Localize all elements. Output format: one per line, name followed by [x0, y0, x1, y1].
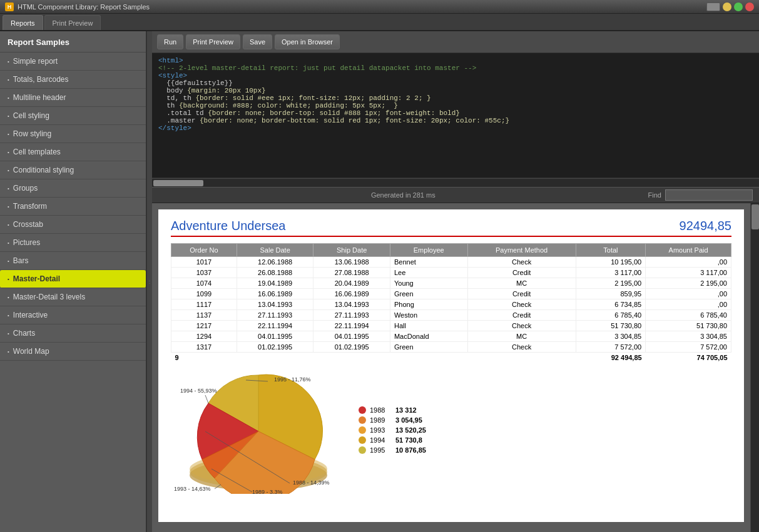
total-cell: 92 494,85 — [576, 353, 646, 363]
table-row: 113727.11.199327.11.1993WestonCredit6 78… — [171, 310, 731, 321]
h-scroll-thumb[interactable] — [153, 180, 203, 186]
sidebar-item-row-styling[interactable]: • Row styling — [0, 125, 146, 143]
maximize-btn[interactable] — [734, 3, 743, 11]
print-preview-button[interactable]: Print Preview — [186, 34, 240, 49]
sidebar-item-totals-barcodes[interactable]: • Totals, Barcodes — [0, 71, 146, 89]
table-cell: 13.04.1993 — [313, 299, 390, 310]
bullet-icon: • — [8, 331, 9, 336]
generated-status: Generated in 281 ms — [158, 191, 648, 199]
legend-dot-1989 — [359, 416, 366, 424]
table-row: 131701.02.199501.02.1995GreenCheck7 572,… — [171, 342, 731, 353]
sidebar-item-interactive[interactable]: • Interactive — [0, 306, 146, 324]
bullet-icon: • — [8, 77, 9, 83]
table-cell: 04.01.1995 — [313, 331, 390, 342]
resize-btn[interactable] — [706, 3, 720, 11]
code-line-5: body {margin: 20px 10px} — [158, 87, 753, 94]
table-cell: 1017 — [171, 257, 237, 268]
sidebar: Report Samples • Simple report • Totals,… — [0, 31, 147, 532]
sidebar-item-cell-templates[interactable]: • Cell templates — [0, 143, 146, 161]
toolbar: Run Print Preview Save Open in Browser — [152, 31, 759, 53]
tab-reports[interactable]: Reports — [3, 15, 43, 30]
sidebar-item-master-detail-3[interactable]: • Master-Detail 3 levels — [0, 288, 146, 306]
v-scroll-thumb[interactable] — [751, 204, 759, 229]
svg-line-4 — [205, 395, 208, 403]
table-cell: 859,95 — [576, 289, 646, 299]
sidebar-item-master-detail[interactable]: • Master-Detail — [0, 270, 146, 288]
legend-item-1988: 1988 13 312 — [359, 406, 426, 414]
minimize-btn[interactable] — [723, 3, 731, 11]
table-cell: Credit — [467, 289, 576, 299]
code-line-6: td, th {border: solid #eee 1px; font-siz… — [158, 94, 753, 102]
legend-item-1994: 1994 51 730,8 — [359, 436, 426, 444]
resize-handle[interactable]: ⋮ — [147, 31, 152, 532]
find-input[interactable] — [665, 189, 753, 201]
table-cell: Check — [467, 342, 576, 353]
table-cell: MacDonald — [390, 331, 467, 342]
close-btn[interactable] — [745, 3, 754, 11]
table-row: 121722.11.199422.11.1994HallCheck51 730,… — [171, 321, 731, 331]
sidebar-item-conditional-styling[interactable]: • Conditional styling — [0, 161, 146, 179]
table-header-row: Order No Sale Date Ship Date Employee Pa… — [171, 244, 731, 257]
svg-text:1994 - 55,93%: 1994 - 55,93% — [180, 388, 217, 394]
table-cell: MC — [467, 331, 576, 342]
tab-print-preview[interactable]: Print Preview — [44, 15, 101, 30]
bullet-icon: • — [8, 113, 9, 119]
svg-text:1995 - 11,76%: 1995 - 11,76% — [274, 376, 311, 383]
sidebar-item-cell-styling[interactable]: • Cell styling — [0, 107, 146, 125]
table-cell: 6 785,40 — [646, 310, 731, 321]
table-cell: 10 195,00 — [576, 257, 646, 268]
table-cell: 3 304,85 — [646, 331, 731, 342]
table-cell: MC — [467, 278, 576, 289]
legend-dot-1994 — [359, 436, 366, 444]
table-cell: 1037 — [171, 268, 237, 278]
col-total: Total — [576, 244, 646, 257]
code-line-9: .master {border: none; border-bottom: so… — [158, 117, 753, 124]
save-button[interactable]: Save — [243, 34, 272, 49]
legend-item-1989: 1989 3 054,95 — [359, 416, 426, 424]
table-row: 101712.06.198813.06.1988BennetCheck10 19… — [171, 257, 731, 268]
table-cell: 01.02.1995 — [313, 342, 390, 353]
table-cell: 3 117,00 — [646, 268, 731, 278]
title-bar: H HTML Component Library: Report Samples — [0, 0, 759, 14]
chart-section: 1994 - 55,93% 1995 - 11,76% 1988 - 14,39… — [171, 369, 731, 494]
sidebar-item-multiline-header[interactable]: • Multiline header — [0, 89, 146, 107]
table-cell: 3 117,00 — [576, 268, 646, 278]
v-scrollbar[interactable] — [750, 203, 759, 532]
sidebar-item-world-map[interactable]: • World Map — [0, 343, 146, 361]
legend-dot-1988 — [359, 406, 366, 414]
table-cell: Young — [390, 278, 467, 289]
bullet-icon: • — [8, 149, 9, 155]
sidebar-item-charts[interactable]: • Charts — [0, 324, 146, 343]
table-cell: 26.08.1988 — [237, 268, 313, 278]
preview-wrapper: Adventure Undersea 92494,85 Order No Sal… — [152, 203, 759, 532]
sidebar-item-pictures[interactable]: • Pictures — [0, 234, 146, 252]
sidebar-item-simple-report[interactable]: • Simple report — [0, 53, 146, 71]
table-cell: 2 195,00 — [646, 278, 731, 289]
open-browser-button[interactable]: Open in Browser — [275, 34, 340, 49]
table-row: 129404.01.199504.01.1995MacDonaldMC3 304… — [171, 331, 731, 342]
table-cell: 13.06.1988 — [313, 257, 390, 268]
legend-dot-1995 — [359, 446, 366, 454]
run-button[interactable]: Run — [157, 34, 183, 49]
col-sale-date: Sale Date — [237, 244, 313, 257]
preview-area[interactable]: Adventure Undersea 92494,85 Order No Sal… — [152, 203, 750, 532]
table-cell: 1074 — [171, 278, 237, 289]
col-payment-method: Payment Method — [467, 244, 576, 257]
table-cell: Green — [390, 342, 467, 353]
table-cell: 7 572,00 — [576, 342, 646, 353]
app-title: HTML Component Library: Report Samples — [18, 3, 150, 11]
table-cell: Weston — [390, 310, 467, 321]
sidebar-title: Report Samples — [0, 31, 146, 53]
code-line-4: {{defaultstyle}} — [158, 79, 753, 87]
sidebar-item-bars[interactable]: • Bars — [0, 252, 146, 270]
table-cell: 13.04.1993 — [237, 299, 313, 310]
table-cell: 1217 — [171, 321, 237, 331]
sidebar-item-crosstab[interactable]: • Crosstab — [0, 216, 146, 234]
bullet-icon: • — [8, 349, 9, 354]
table-cell: 19.04.1989 — [237, 278, 313, 289]
report-company: Adventure Undersea — [171, 219, 285, 233]
sidebar-item-transform[interactable]: • Transform — [0, 198, 146, 216]
h-scrollbar[interactable] — [152, 178, 759, 187]
sidebar-item-groups[interactable]: • Groups — [0, 179, 146, 198]
code-editor[interactable]: <html> <!-- 2-level master-detail report… — [152, 53, 759, 178]
